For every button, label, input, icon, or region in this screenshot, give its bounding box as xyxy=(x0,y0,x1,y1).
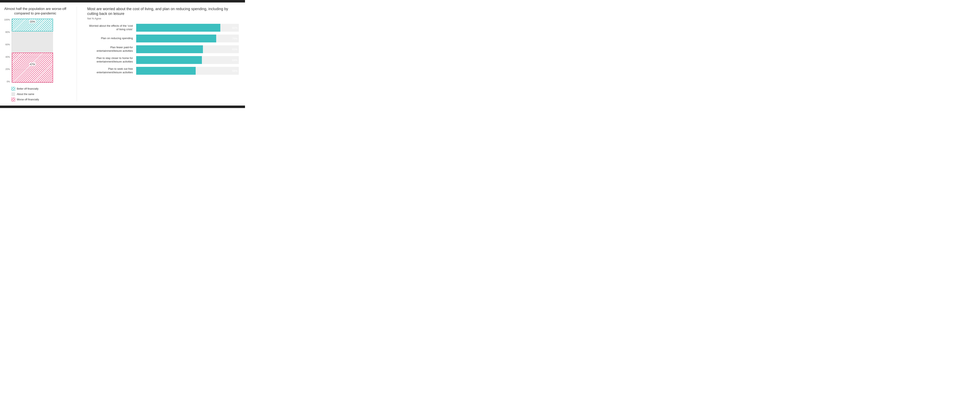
legend-item-better: Better off financially xyxy=(11,87,66,91)
horiz-bar-row-2: Plan on reducing spending 78% xyxy=(87,35,239,43)
legend-label-worse: Worse off financially xyxy=(17,98,39,101)
horiz-bar-value-4: 64% xyxy=(232,59,237,62)
horiz-bar-label-5: Plan to seek out free entertainment/leis… xyxy=(87,67,133,74)
left-panel: Almost half the population are worse-off… xyxy=(4,6,66,101)
horiz-bar-fill-2 xyxy=(136,35,216,43)
legend-icon-better xyxy=(11,87,15,91)
top-bar xyxy=(0,0,245,3)
horiz-bar-value-3: 65% xyxy=(232,47,237,51)
horiz-bar-fill-4 xyxy=(136,56,202,64)
legend-item-worse: Worse off financially xyxy=(11,98,66,101)
horiz-bar-row-5: Plan to seek out free entertainment/leis… xyxy=(87,67,239,75)
y-label-80: 80% xyxy=(5,31,10,33)
horiz-bar-row-3: Plan fewer paid-for entertainment/leisur… xyxy=(87,45,239,53)
horiz-bar-track-2: 78% xyxy=(136,35,239,43)
y-axis: 100% 80% 60% 40% 20% 0% xyxy=(4,19,10,83)
left-title: Almost half the population are worse-off… xyxy=(4,6,66,16)
horiz-bar-row-1: Worried about the effects of the ‘cost o… xyxy=(87,24,239,32)
bar-worse-label: 47% xyxy=(29,62,36,66)
horiz-bar-label-1: Worried about the effects of the ‘cost o… xyxy=(87,24,133,31)
y-label-40: 40% xyxy=(5,56,10,58)
horiz-bar-value-2: 78% xyxy=(232,37,237,40)
bar-worse: 47% xyxy=(12,52,53,82)
horiz-bar-track-5: 58% xyxy=(136,67,239,75)
horiz-bar-label-2: Plan on reducing spending xyxy=(87,36,133,40)
y-label-20: 20% xyxy=(5,68,10,70)
horiz-bar-list: Worried about the effects of the ‘cost o… xyxy=(87,24,239,75)
legend-item-same: About the same xyxy=(11,92,66,96)
legend-icon-same xyxy=(11,92,15,96)
horiz-bar-track-1: 82% xyxy=(136,24,239,32)
bar-better: 20% xyxy=(12,19,53,32)
legend: Better off financially About the same Wo… xyxy=(11,87,66,101)
horiz-bar-fill-5 xyxy=(136,67,196,75)
bar-chart-container: 100% 80% 60% 40% 20% 0% 20% xyxy=(4,19,66,83)
y-label-60: 60% xyxy=(5,43,10,46)
bar-same xyxy=(12,32,53,52)
legend-label-same: About the same xyxy=(17,93,34,96)
stacked-bar-area: 20% 47% xyxy=(12,19,53,83)
legend-label-better: Better off financially xyxy=(17,87,38,90)
legend-icon-worse xyxy=(11,98,15,101)
main-content: Almost half the population are worse-off… xyxy=(0,3,245,106)
horiz-bar-track-3: 65% xyxy=(136,45,239,53)
horiz-bar-track-4: 64% xyxy=(136,56,239,64)
horiz-bar-value-5: 58% xyxy=(232,69,237,72)
horiz-bar-value-1: 82% xyxy=(232,26,237,29)
y-label-100: 100% xyxy=(4,19,10,21)
right-title: Most are worried about the cost of livin… xyxy=(87,6,239,16)
right-subtitle: Net % Agree xyxy=(87,17,239,20)
right-panel: Most are worried about the cost of livin… xyxy=(87,6,239,101)
bar-better-label: 20% xyxy=(29,20,36,24)
horiz-bar-fill-3 xyxy=(136,45,203,53)
horiz-bar-row-4: Plan to stay closer to home for entertai… xyxy=(87,56,239,64)
y-label-0: 0% xyxy=(6,81,10,83)
horiz-bar-label-3: Plan fewer paid-for entertainment/leisur… xyxy=(87,46,133,53)
horiz-bar-label-4: Plan to stay closer to home for entertai… xyxy=(87,57,133,63)
bottom-bar xyxy=(0,106,245,108)
horiz-bar-fill-1 xyxy=(136,24,220,32)
